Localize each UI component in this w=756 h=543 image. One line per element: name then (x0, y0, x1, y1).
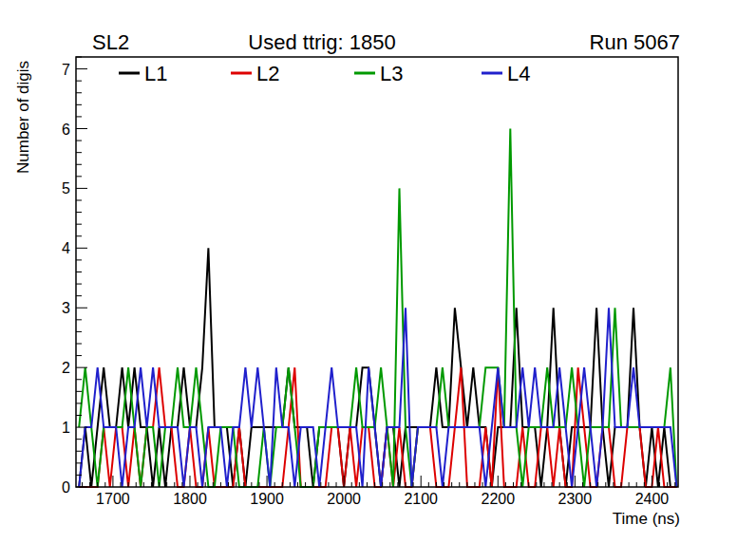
legend-label-L3: L3 (380, 62, 403, 85)
y-tick-label: 2 (62, 360, 70, 376)
x-tick-label: 2000 (327, 491, 361, 507)
x-tick-label: 2100 (404, 491, 438, 507)
y-tick-label: 4 (62, 240, 70, 256)
root-canvas: SL2 Used ttrig: 1850 Run 5067 Number of … (0, 0, 756, 543)
y-tick-label: 7 (62, 62, 70, 78)
x-tick-label: 1900 (250, 491, 284, 507)
x-tick-label: 2400 (635, 491, 670, 507)
y-tick-label: 5 (62, 180, 70, 197)
x-tick-label: 2300 (558, 491, 593, 507)
y-tick-label: 3 (62, 300, 70, 316)
series-line-L3 (79, 129, 676, 488)
y-axis-title: Number of digis (14, 61, 32, 174)
y-tick-label: 6 (62, 122, 70, 138)
x-axis-title: Time (ns) (613, 510, 680, 528)
legend-label-L2: L2 (256, 62, 279, 85)
run-label: Run 5067 (590, 30, 680, 54)
superlayer-label: SL2 (92, 30, 129, 54)
legend-label-L1: L1 (144, 62, 167, 85)
plot-title: Used ttrig: 1850 (248, 30, 395, 54)
x-tick-label: 1700 (96, 491, 130, 507)
plot-svg: SL2 Used ttrig: 1850 Run 5067 Number of … (0, 0, 756, 543)
x-tick-label: 2200 (481, 491, 515, 507)
series-lines (79, 129, 676, 488)
x-tick-label: 1800 (173, 491, 207, 507)
plot-legend: L1L2L3L4 (119, 62, 530, 85)
legend-label-L4: L4 (507, 62, 530, 85)
y-tick-label: 1 (62, 420, 70, 436)
plot-frame (76, 57, 678, 487)
y-tick-label: 0 (62, 479, 70, 496)
